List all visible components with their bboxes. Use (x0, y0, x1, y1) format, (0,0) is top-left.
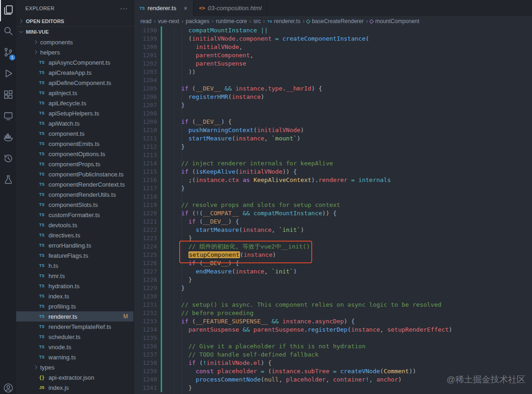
breadcrumb-item-mountcomponent[interactable]: mountComponent (370, 18, 419, 24)
file-item-componentprops-ts[interactable]: TScomponentProps.ts (16, 159, 133, 169)
line-number[interactable]: 1220 (134, 209, 157, 218)
code-line[interactable]: 1226 if (__DEV__) { (134, 259, 532, 267)
line-number[interactable]: 1213 (134, 151, 157, 159)
breadcrumb-item-basecreaterenderer[interactable]: baseCreateRenderer (307, 18, 363, 24)
code-line[interactable]: 1213 (134, 151, 532, 159)
file-item-renderertemplateref-ts[interactable]: TSrendererTemplateRef.ts (16, 321, 133, 332)
code-line[interactable]: 1220 if (!(__COMPAT__ && compatMountInst… (134, 209, 532, 218)
code-line[interactable]: 1222 startMeasure(instance, `init`) (134, 226, 532, 234)
line-number[interactable]: 1217 (134, 184, 157, 193)
file-item-componentslots-ts[interactable]: TScomponentSlots.ts (16, 200, 133, 210)
line-number[interactable]: 1218 (134, 193, 157, 201)
line-number[interactable]: 1226 (134, 259, 157, 267)
line-number[interactable]: 1208 (134, 109, 157, 118)
code-line[interactable]: 1232 // before proceeding (134, 309, 532, 317)
line-number[interactable]: 1205 (134, 85, 157, 93)
file-item-apiinject-ts[interactable]: TSapiInject.ts (16, 88, 133, 98)
line-number[interactable]: 1239 (134, 367, 157, 376)
file-item-apiwatch-ts[interactable]: TSapiWatch.ts (16, 118, 133, 128)
line-number[interactable]: 1224 (134, 242, 157, 251)
folder-item-helpers[interactable]: helpers (16, 47, 133, 57)
activity-item-extensions[interactable] (0, 85, 16, 106)
file-item-profiling-ts[interactable]: TSprofiling.ts (16, 301, 133, 311)
code-line[interactable]: 1219 // resolve props and slots for setu… (134, 201, 532, 209)
activity-item-history[interactable] (0, 149, 16, 170)
line-number[interactable]: 1198 (134, 26, 157, 35)
line-number[interactable]: 1235 (134, 334, 157, 342)
line-number[interactable]: 1236 (134, 342, 157, 351)
line-number[interactable]: 1219 (134, 201, 157, 209)
file-item-renderer-ts[interactable]: TSrenderer.tsM (16, 311, 133, 321)
code-line[interactable]: 1235 (134, 334, 532, 342)
tab-renderer-ts[interactable]: TSrenderer.ts× (134, 0, 193, 16)
line-number[interactable]: 1209 (134, 118, 157, 126)
code-line[interactable]: 1198 compatMountInstance || (134, 26, 532, 35)
activity-item-search[interactable] (0, 21, 16, 42)
file-item-api-extractor-json[interactable]: {}api-extractor.json (16, 372, 133, 382)
activity-item-account[interactable] (0, 378, 16, 394)
file-item-directives-ts[interactable]: TSdirectives.ts (16, 230, 133, 240)
line-number[interactable]: 1202 (134, 60, 157, 68)
code-line[interactable]: 1208 (134, 109, 532, 118)
code-line[interactable]: 1200 initialVNode, (134, 43, 532, 51)
line-number[interactable]: 1204 (134, 76, 157, 85)
file-item-warning-ts[interactable]: TSwarning.ts (16, 352, 133, 362)
file-item-apidefinecomponent-ts[interactable]: TSapiDefineComponent.ts (16, 78, 133, 88)
code-line[interactable]: 1230 (134, 292, 532, 301)
line-number[interactable]: 1233 (134, 317, 157, 326)
line-number[interactable]: 1203 (134, 68, 157, 76)
line-number[interactable]: 1241 (134, 384, 157, 392)
workspace-section[interactable]: MINI-VUE (16, 26, 133, 37)
line-number[interactable]: 1234 (134, 326, 157, 334)
code-line[interactable]: 1203 )) (134, 68, 532, 76)
file-item-h-ts[interactable]: TSh.ts (16, 261, 133, 271)
code-line[interactable]: 1206 registerHMR(instance) (134, 93, 532, 101)
file-item-devtools-ts[interactable]: TSdevtools.ts (16, 220, 133, 230)
line-number[interactable]: 1238 (134, 359, 157, 367)
code-line[interactable]: 1227 endMeasure(instance, `init`) (134, 267, 532, 276)
code-line[interactable]: 1236 // Give it a placeholder if this is… (134, 342, 532, 351)
code-line[interactable]: 1214 // inject renderer internals for ke… (134, 159, 532, 168)
activity-item-run-debug[interactable] (0, 64, 16, 85)
code-line[interactable]: 1205 if (__DEV__ && instance.type.__hmrI… (134, 85, 532, 93)
code-line[interactable]: 1215 if (isKeepAlive(initialVNode)) { (134, 168, 532, 176)
code-line[interactable]: 1224 // 组件的初始化, 等效于vue2中__init() (134, 242, 532, 251)
close-icon[interactable]: × (184, 5, 187, 12)
code-line[interactable]: 1199 (initialVNode.component = createCom… (134, 35, 532, 43)
code-line[interactable]: 1234 parentSuspense && parentSuspense.re… (134, 326, 532, 334)
file-item-vnode-ts[interactable]: TSvnode.ts (16, 342, 133, 352)
breadcrumb-item-packages[interactable]: packages (186, 18, 209, 24)
breadcrumb-item-runtime-core[interactable]: runtime-core (216, 18, 247, 24)
code-line[interactable]: 1210 pushWarningContext(initialVNode) (134, 126, 532, 134)
folder-item-components[interactable]: components (16, 37, 133, 47)
line-number[interactable]: 1225 (134, 251, 157, 259)
line-number[interactable]: 1207 (134, 101, 157, 109)
code-line[interactable]: 1218 (134, 193, 532, 201)
file-item-apilifecycle-ts[interactable]: TSapiLifecycle.ts (16, 98, 133, 108)
file-item-componentrenderutils-ts[interactable]: TScomponentRenderUtils.ts (16, 189, 133, 200)
line-number[interactable]: 1221 (134, 218, 157, 226)
code-line[interactable]: 1209 if (__DEV__) { (134, 118, 532, 126)
line-number[interactable]: 1232 (134, 309, 157, 317)
activity-item-explorer[interactable] (0, 0, 16, 21)
activity-item-test[interactable] (0, 170, 16, 191)
breadcrumb-item-src[interactable]: src (254, 18, 261, 24)
code-line[interactable]: 1204 (134, 76, 532, 85)
file-item-componentoptions-ts[interactable]: TScomponentOptions.ts (16, 149, 133, 159)
file-item-apiasynccomponent-ts[interactable]: TSapiAsyncComponent.ts (16, 57, 133, 67)
code-line[interactable]: 1229 } (134, 284, 532, 292)
line-number[interactable]: 1200 (134, 43, 157, 51)
code-line[interactable]: 1223 } (134, 234, 532, 242)
code-line[interactable]: 1237 // TODO handle self-defined fallbac… (134, 351, 532, 359)
open-editors-section[interactable]: OPEN EDITORS (16, 16, 133, 26)
line-number[interactable]: 1206 (134, 93, 157, 101)
code-line[interactable]: 1228 } (134, 276, 532, 284)
line-number[interactable]: 1228 (134, 276, 157, 284)
code-editor[interactable]: 1198 compatMountInstance ||1199 (initial… (134, 26, 532, 394)
line-number[interactable]: 1211 (134, 134, 157, 143)
line-number[interactable]: 1216 (134, 176, 157, 184)
folder-item-types[interactable]: types (16, 362, 133, 372)
line-number[interactable]: 1223 (134, 234, 157, 242)
file-item-component-ts[interactable]: TScomponent.ts (16, 128, 133, 139)
file-item-customformatter-ts[interactable]: TScustomFormatter.ts (16, 210, 133, 220)
